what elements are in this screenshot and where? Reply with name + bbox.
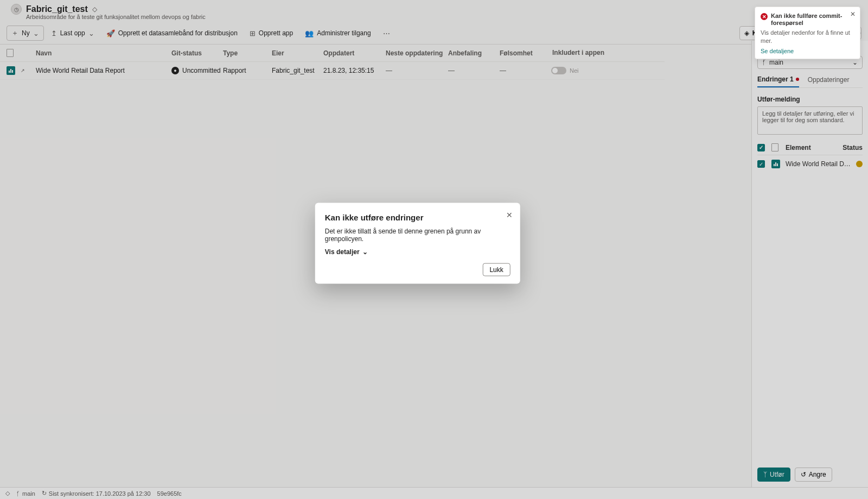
error-modal: ✕ Kan ikke utføre endringer Det er ikke … [315,203,520,283]
toast-body: Vis detaljer nedenfor for å finne ut mer… [761,29,854,45]
modal-close-label: Lukk [489,266,503,273]
error-toast: ✕ ✕ Kan ikke fullføre commit-forespørsel… [755,7,860,59]
modal-details-toggle[interactable]: Vis detaljer ⌄ [325,248,510,255]
toast-close-button[interactable]: ✕ [850,10,856,18]
modal-close-action-button[interactable]: Lukk [482,263,510,276]
error-icon: ✕ [761,13,768,20]
modal-title: Kan ikke utføre endringer [325,212,510,222]
modal-body: Det er ikke tillatt å sende til denne gr… [325,227,510,242]
chevron-down-icon: ⌄ [362,248,368,255]
toast-details-link[interactable]: Se detaljene [761,48,854,54]
modal-details-label: Vis detaljer [325,248,360,255]
modal-close-button[interactable]: ✕ [506,210,513,219]
toast-title: Kan ikke fullføre commit-forespørsel [771,12,854,27]
